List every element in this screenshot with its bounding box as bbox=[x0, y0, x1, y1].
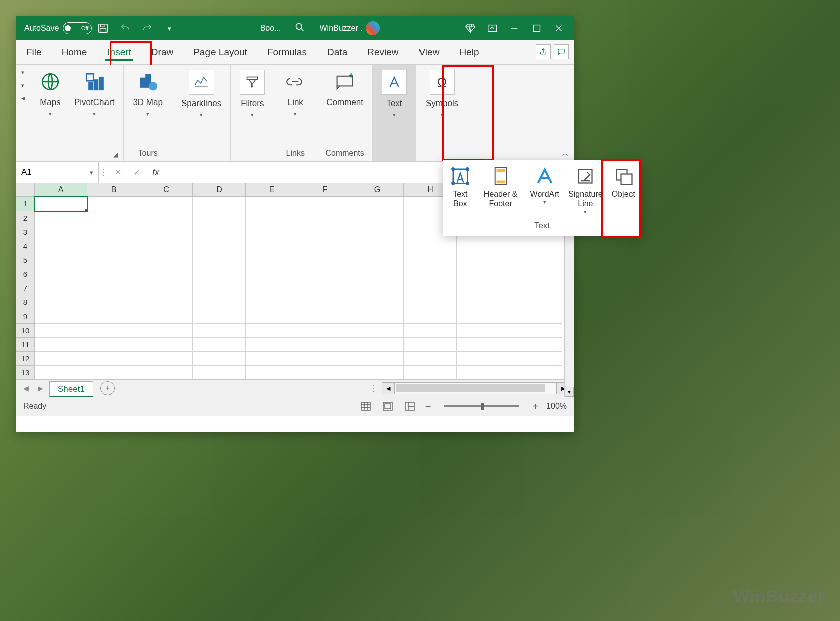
cell[interactable] bbox=[509, 309, 562, 324]
cell[interactable] bbox=[140, 267, 193, 281]
cell[interactable] bbox=[298, 295, 351, 309]
3d-map-button[interactable]: 3D Map▾ bbox=[129, 68, 167, 120]
cell[interactable] bbox=[87, 352, 140, 366]
cell[interactable] bbox=[298, 309, 351, 324]
cell[interactable] bbox=[298, 225, 351, 239]
cell[interactable] bbox=[457, 253, 509, 267]
pivotchart-button[interactable]: PivotChart▾ bbox=[70, 68, 118, 120]
cell[interactable] bbox=[298, 352, 351, 366]
cell[interactable] bbox=[87, 197, 140, 211]
cell[interactable] bbox=[193, 295, 246, 309]
cell[interactable] bbox=[35, 253, 87, 267]
cell[interactable] bbox=[351, 281, 404, 295]
cell[interactable] bbox=[246, 324, 298, 338]
cell[interactable] bbox=[35, 197, 87, 211]
row-header[interactable]: 8 bbox=[16, 295, 35, 309]
cell[interactable] bbox=[509, 267, 562, 281]
header-footer-button[interactable]: Header & Footer bbox=[476, 163, 526, 218]
user-avatar[interactable] bbox=[366, 21, 380, 35]
minimize-icon[interactable] bbox=[503, 16, 526, 40]
cell[interactable] bbox=[298, 239, 351, 253]
autosave-toggle[interactable]: Off bbox=[63, 22, 92, 34]
row-header[interactable]: 6 bbox=[16, 267, 35, 281]
cell[interactable] bbox=[457, 281, 509, 295]
col-header-e[interactable]: E bbox=[246, 183, 298, 196]
cell[interactable] bbox=[140, 225, 193, 239]
sparklines-button[interactable]: Sparklines▾ bbox=[177, 68, 225, 121]
col-header-d[interactable]: D bbox=[193, 183, 246, 196]
cell[interactable] bbox=[87, 295, 140, 309]
normal-view-icon[interactable] bbox=[359, 400, 373, 412]
cell[interactable] bbox=[35, 267, 87, 281]
cell[interactable] bbox=[509, 366, 562, 379]
cell[interactable] bbox=[351, 309, 404, 324]
row-header[interactable]: 12 bbox=[16, 352, 35, 366]
cell[interactable] bbox=[140, 309, 193, 324]
cell[interactable] bbox=[35, 309, 87, 324]
comments-icon[interactable] bbox=[554, 44, 569, 59]
cell[interactable] bbox=[509, 352, 562, 366]
cell[interactable] bbox=[509, 253, 562, 267]
tab-home[interactable]: Home bbox=[60, 42, 89, 63]
formula-bar-grip[interactable]: ⋮ bbox=[99, 168, 108, 177]
ribbon-scroll-left[interactable]: ▾▾◀ bbox=[16, 65, 29, 161]
cell[interactable] bbox=[509, 295, 562, 309]
row-header[interactable]: 3 bbox=[16, 225, 35, 239]
cell[interactable] bbox=[35, 211, 87, 225]
cell[interactable] bbox=[87, 267, 140, 281]
cell[interactable] bbox=[298, 324, 351, 338]
undo-icon[interactable] bbox=[114, 16, 136, 40]
cell[interactable] bbox=[246, 366, 298, 379]
cell[interactable] bbox=[351, 211, 404, 225]
text-box-button[interactable]: Text Box bbox=[446, 163, 475, 218]
cell[interactable] bbox=[404, 352, 457, 366]
cell[interactable] bbox=[246, 338, 298, 352]
cell[interactable] bbox=[35, 366, 87, 379]
cell[interactable] bbox=[509, 239, 562, 253]
cell[interactable] bbox=[87, 338, 140, 352]
tab-insert[interactable]: Insert bbox=[105, 42, 133, 63]
cell[interactable] bbox=[246, 352, 298, 366]
cell[interactable] bbox=[404, 324, 457, 338]
cell[interactable] bbox=[193, 267, 246, 281]
cell[interactable] bbox=[193, 253, 246, 267]
col-header-f[interactable]: F bbox=[298, 183, 351, 196]
add-sheet-button[interactable]: + bbox=[100, 381, 115, 395]
cell[interactable] bbox=[509, 281, 562, 295]
redo-icon[interactable] bbox=[136, 16, 158, 40]
cell[interactable] bbox=[298, 366, 351, 379]
cell[interactable] bbox=[87, 225, 140, 239]
maps-button[interactable]: Maps▾ bbox=[34, 68, 66, 120]
cell[interactable] bbox=[193, 309, 246, 324]
cell[interactable] bbox=[35, 225, 87, 239]
link-button[interactable]: Link▾ bbox=[279, 68, 311, 120]
cell[interactable] bbox=[404, 295, 457, 309]
qat-more-icon[interactable]: ▾ bbox=[158, 16, 180, 40]
cell[interactable] bbox=[298, 197, 351, 211]
document-name[interactable]: Boo... bbox=[260, 24, 281, 33]
col-header-a[interactable]: A bbox=[35, 183, 87, 196]
cell[interactable] bbox=[351, 366, 404, 379]
cell[interactable] bbox=[140, 197, 193, 211]
tab-formulas[interactable]: Formulas bbox=[265, 42, 309, 63]
cell[interactable] bbox=[351, 267, 404, 281]
cell[interactable] bbox=[351, 338, 404, 352]
text-dropdown-button[interactable]: Text▾ bbox=[378, 68, 411, 121]
cell[interactable] bbox=[193, 197, 246, 211]
cell[interactable] bbox=[87, 281, 140, 295]
cell[interactable] bbox=[457, 239, 509, 253]
tab-view[interactable]: View bbox=[417, 42, 442, 63]
cell[interactable] bbox=[140, 338, 193, 352]
cancel-formula-icon[interactable]: ✕ bbox=[108, 162, 127, 183]
share-icon[interactable] bbox=[536, 44, 551, 59]
cell[interactable] bbox=[351, 352, 404, 366]
save-icon[interactable] bbox=[92, 16, 114, 40]
cell[interactable] bbox=[246, 239, 298, 253]
cell[interactable] bbox=[87, 309, 140, 324]
cell[interactable] bbox=[87, 211, 140, 225]
cell[interactable] bbox=[35, 295, 87, 309]
user-name[interactable]: WinBuzzer . bbox=[319, 24, 362, 33]
fx-icon[interactable]: fx bbox=[146, 162, 165, 183]
cell[interactable] bbox=[457, 366, 509, 379]
tab-file[interactable]: File bbox=[24, 42, 44, 63]
